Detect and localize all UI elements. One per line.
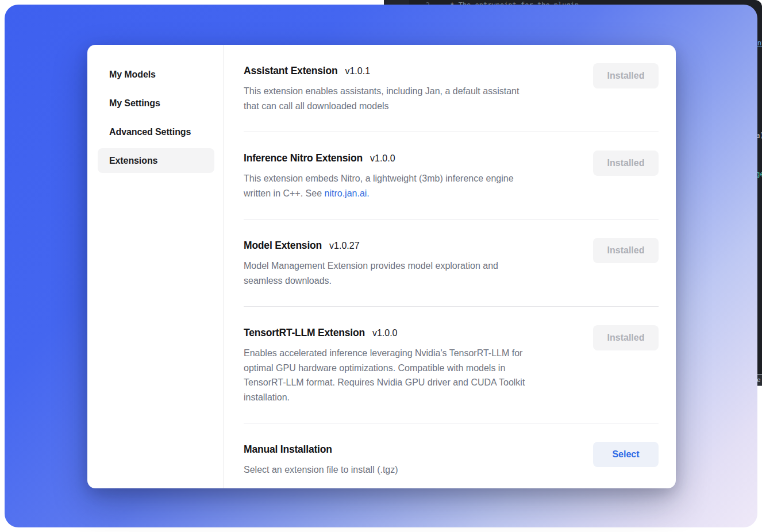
extension-action-button[interactable]: Installed <box>593 238 659 263</box>
desktop-screen: 2 * The entrypoint for the plugin.3 */45… <box>0 0 762 532</box>
extension-version: v1.0.1 <box>345 66 370 76</box>
extensions-list: Assistant Extension v1.0.1 This extensio… <box>224 45 676 488</box>
extension-version: v1.0.27 <box>329 241 359 251</box>
extension-info: TensortRT-LLM Extension v1.0.0 Enables a… <box>244 325 525 404</box>
extension-description: Model Management Extension provides mode… <box>244 259 498 288</box>
extension-title-line: TensortRT-LLM Extension v1.0.0 <box>244 325 525 340</box>
extension-title: Manual Installation <box>244 442 332 457</box>
settings-panel: My Models My Settings Advanced Settings … <box>87 45 676 488</box>
extension-info: Model Extension v1.0.27 Model Management… <box>244 238 498 288</box>
sidebar-item-advanced-settings[interactable]: Advanced Settings <box>98 119 214 144</box>
sidebar-item-label: My Models <box>109 70 156 80</box>
extension-title: TensortRT-LLM Extension <box>244 325 365 340</box>
extension-title: Assistant Extension <box>244 63 337 78</box>
extension-title-line: Assistant Extension v1.0.1 <box>244 63 519 78</box>
extension-title: Inference Nitro Extension <box>244 151 363 165</box>
extension-info: Inference Nitro Extension v1.0.0 This ex… <box>244 151 514 201</box>
extension-description: Select an extension file to install (.tg… <box>244 462 398 477</box>
extension-row: Assistant Extension v1.0.1 This extensio… <box>244 45 659 132</box>
extension-action-button[interactable]: Installed <box>593 325 659 350</box>
sidebar-item-label: Advanced Settings <box>109 127 191 137</box>
extension-info: Assistant Extension v1.0.1 This extensio… <box>244 63 519 113</box>
extension-title-line: Model Extension v1.0.27 <box>244 238 498 253</box>
sidebar-item-my-settings[interactable]: My Settings <box>98 91 214 115</box>
extension-action-button[interactable]: Installed <box>593 151 659 176</box>
extension-description: Enables accelerated inference leveraging… <box>244 346 525 404</box>
extension-row: TensortRT-LLM Extension v1.0.0 Enables a… <box>244 307 659 423</box>
extension-version: v1.0.0 <box>370 153 395 164</box>
extension-title: Model Extension <box>244 238 322 253</box>
extension-row: Inference Nitro Extension v1.0.0 This ex… <box>244 132 659 219</box>
sidebar-item-my-models[interactable]: My Models <box>98 62 214 87</box>
sidebar-item-label: Extensions <box>109 156 157 166</box>
sidebar-item-label: My Settings <box>109 98 160 109</box>
extension-row: Model Extension v1.0.27 Model Management… <box>244 219 659 307</box>
extension-description: This extension enables assistants, inclu… <box>244 84 519 113</box>
extension-title-line: Manual Installation <box>244 442 398 457</box>
extension-row: Manual Installation Select an extension … <box>244 423 659 488</box>
extension-info: Manual Installation Select an extension … <box>244 442 398 477</box>
sidebar-item-extensions[interactable]: Extensions <box>98 148 214 173</box>
extension-version: v1.0.0 <box>372 328 398 338</box>
extension-action-button[interactable]: Installed <box>593 63 659 88</box>
extension-title-line: Inference Nitro Extension v1.0.0 <box>244 151 514 165</box>
settings-sidebar: My Models My Settings Advanced Settings … <box>87 45 224 488</box>
extension-link[interactable]: nitro.jan.ai. <box>325 188 370 198</box>
extension-action-button[interactable]: Select <box>593 442 659 467</box>
extension-description: This extension embeds Nitro, a lightweig… <box>244 171 514 201</box>
